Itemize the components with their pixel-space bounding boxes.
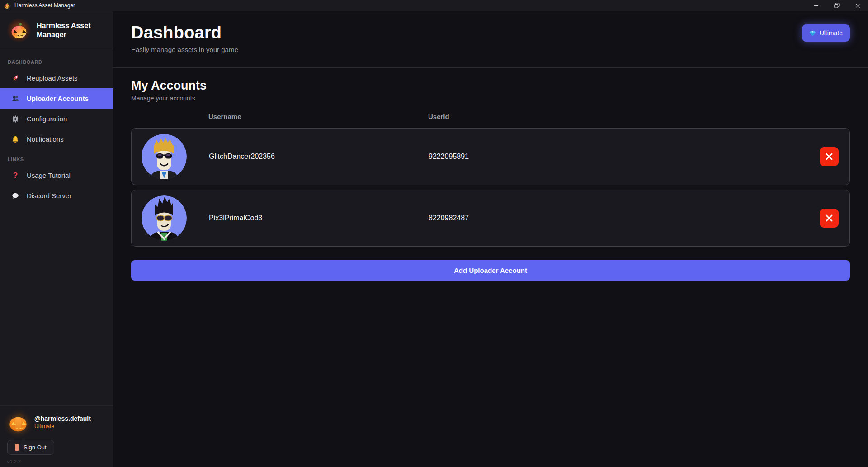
user-handle: @harmless.default bbox=[34, 415, 91, 422]
sidebar-item-configuration[interactable]: Configuration bbox=[0, 109, 113, 129]
question-icon: ? bbox=[11, 171, 20, 180]
main-header: Dashboard Easily manage assets in your g… bbox=[113, 11, 868, 68]
speech-bubble-icon bbox=[11, 191, 20, 200]
close-button[interactable] bbox=[847, 0, 868, 11]
accounts-subtitle: Manage your accounts bbox=[131, 95, 850, 102]
sidebar-item-label: Uploader Accounts bbox=[27, 95, 89, 102]
user-plan-badge: Ultimate bbox=[34, 423, 91, 429]
window-title: Harmless Asset Manager bbox=[14, 2, 75, 9]
nav-section-links-label: LINKS bbox=[0, 157, 113, 162]
pumpkin-logo-icon bbox=[7, 19, 31, 42]
sidebar-user-area: @harmless.default Ultimate Sign Out v1.2… bbox=[0, 405, 113, 467]
sidebar-logo-block: Harmless Asset Manager bbox=[0, 11, 113, 49]
accounts-section: My Accounts Manage your accounts Usernam… bbox=[113, 68, 868, 281]
bell-icon bbox=[11, 135, 20, 144]
window-controls bbox=[806, 0, 868, 11]
accounts-list: GlitchDancer202356 9222095891 bbox=[131, 128, 850, 247]
ultimate-plan-badge[interactable]: Ultimate bbox=[802, 24, 850, 42]
sidebar-item-label: Reupload Assets bbox=[27, 74, 78, 82]
account-username: GlitchDancer202356 bbox=[209, 152, 429, 161]
sidebar-item-reupload-assets[interactable]: Reupload Assets bbox=[0, 68, 113, 88]
delete-account-button[interactable] bbox=[820, 209, 839, 228]
sidebar-item-notifications[interactable]: Notifications bbox=[0, 129, 113, 149]
delete-account-button[interactable] bbox=[820, 147, 839, 166]
sidebar: Harmless Asset Manager DASHBOARD Reuploa… bbox=[0, 11, 113, 467]
page-title: Dashboard bbox=[131, 23, 850, 43]
main-area: Dashboard Easily manage assets in your g… bbox=[113, 11, 868, 467]
gem-icon bbox=[809, 30, 816, 37]
sidebar-nav: DASHBOARD Reupload Assets bbox=[0, 49, 113, 206]
account-username: Pix3lPrimalCod3 bbox=[209, 214, 429, 222]
sidebar-item-label: Discord Server bbox=[27, 192, 71, 200]
restore-button[interactable] bbox=[826, 0, 847, 11]
sidebar-item-usage-tutorial[interactable]: ? Usage Tutorial bbox=[0, 165, 113, 186]
ultimate-badge-label: Ultimate bbox=[820, 29, 843, 37]
nav-section-dashboard-label: DASHBOARD bbox=[0, 59, 113, 65]
users-icon bbox=[11, 94, 20, 103]
account-row: GlitchDancer202356 9222095891 bbox=[131, 128, 850, 185]
add-uploader-account-button[interactable]: Add Uploader Account bbox=[131, 260, 850, 281]
sign-out-button[interactable]: Sign Out bbox=[7, 440, 54, 455]
door-icon bbox=[15, 444, 19, 451]
account-userid: 8220982487 bbox=[429, 214, 820, 222]
sidebar-item-label: Configuration bbox=[27, 115, 67, 123]
titlebar: Harmless Asset Manager bbox=[0, 0, 868, 11]
sidebar-item-label: Notifications bbox=[27, 135, 64, 143]
gear-icon bbox=[11, 114, 20, 124]
account-userid: 9222095891 bbox=[429, 152, 820, 161]
column-header-userid: UserId bbox=[428, 113, 820, 120]
x-icon bbox=[825, 152, 834, 161]
app-name: Harmless Asset Manager bbox=[37, 21, 106, 39]
sidebar-item-discord-server[interactable]: Discord Server bbox=[0, 186, 113, 206]
sidebar-item-label: Usage Tutorial bbox=[27, 172, 71, 179]
x-icon bbox=[825, 214, 834, 223]
darkhair-sunglasses-avatar bbox=[142, 195, 187, 241]
sign-out-label: Sign Out bbox=[24, 444, 47, 451]
accounts-title: My Accounts bbox=[131, 79, 850, 93]
app-logo-pumpkin-icon bbox=[4, 2, 10, 9]
accounts-table-header: Username UserId bbox=[131, 112, 850, 121]
user-pumpkin-avatar bbox=[7, 411, 29, 433]
sidebar-item-uploader-accounts[interactable]: Uploader Accounts bbox=[0, 88, 113, 109]
rocket-icon bbox=[11, 74, 20, 83]
blond-sunglasses-avatar bbox=[142, 134, 187, 179]
minimize-button[interactable] bbox=[806, 0, 826, 11]
app-version: v1.2.2 bbox=[7, 459, 106, 464]
page-subtitle: Easily manage assets in your game bbox=[131, 46, 850, 53]
account-row: Pix3lPrimalCod3 8220982487 bbox=[131, 190, 850, 247]
column-header-username: Username bbox=[208, 113, 428, 120]
